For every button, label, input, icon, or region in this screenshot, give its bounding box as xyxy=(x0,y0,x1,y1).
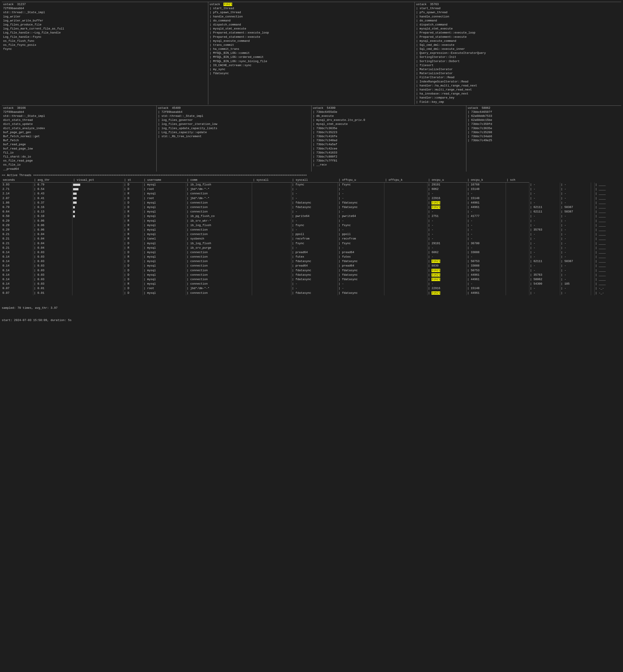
cell-sep3 xyxy=(506,227,529,232)
cell-offcpu-u: | - xyxy=(427,282,466,286)
cell-comm: | connection xyxy=(186,232,252,237)
cell-comm: | connection xyxy=(186,205,252,210)
cell-seconds: 0.14 xyxy=(2,255,33,259)
cell-st: | R xyxy=(123,219,143,223)
stack-line-item: buf_page_get_gen xyxy=(3,130,155,134)
cell-sep xyxy=(252,264,291,268)
cell-comm: | jbd*/dm-*-* xyxy=(186,196,252,201)
cell-sep3 xyxy=(506,214,529,218)
cell-sch: | ____ xyxy=(594,264,621,268)
stack-col-ustack_54300: ustack 54300| 73bbc6455d3e| db_execute| … xyxy=(312,106,466,172)
cell-username: | mysql xyxy=(143,250,186,255)
cell-seconds: 2.71 xyxy=(2,187,33,191)
table-row: 0.21| 0.04| R| mysql| ib_srv_purge| -| -… xyxy=(2,246,621,250)
cell-sch: | ____ xyxy=(594,187,621,191)
cell-username: | mysql xyxy=(143,246,186,250)
cell-sep2 xyxy=(384,187,427,191)
cell-oncpu-k: | - xyxy=(560,255,591,259)
bar-visual xyxy=(73,184,80,186)
cell-syscall1: | ppoll xyxy=(291,232,338,237)
stack-line-item: | handle_connection xyxy=(210,15,413,19)
col-header-seconds: seconds xyxy=(2,178,33,183)
cell-sep4 xyxy=(591,227,595,232)
stack-line-item: | handler::ha_multi_range_read_next xyxy=(416,84,620,88)
cell-sep3 xyxy=(506,259,529,264)
cell-sep3 xyxy=(506,196,529,201)
cell-bar xyxy=(72,250,123,255)
cell-syscall1: | - xyxy=(291,246,338,250)
cell-sep xyxy=(252,268,291,273)
cell-sep4 xyxy=(591,277,595,282)
cell-sep3 xyxy=(506,277,529,282)
cell-username: | mysql xyxy=(143,183,186,187)
cell-username: | mysql xyxy=(143,241,186,246)
cell-bar xyxy=(72,246,123,250)
cell-syscall1: | - xyxy=(291,282,338,286)
stacks-bottom-section: ustack 3816672f89baeabb4std::thread::_St… xyxy=(2,105,621,172)
cell-seconds: 0.21 xyxy=(2,237,33,241)
cell-comm: | connection xyxy=(186,210,252,214)
cell-syscall2: | - xyxy=(338,196,384,201)
stack-line-item: | 62a68ddc15be xyxy=(468,118,620,122)
cell-sep4 xyxy=(591,183,595,187)
cell-sep xyxy=(252,237,291,241)
stack-line-item: | Log_files_capacity::update xyxy=(158,130,310,134)
highlight-value: 31621 xyxy=(432,278,440,281)
col-header-st: | st xyxy=(123,178,143,183)
cell-username: | mysql xyxy=(143,191,186,196)
table-row: 0.29| 0.06| R| mysql| ib_srv_wkr-*| -| -… xyxy=(2,219,621,223)
cell-sep xyxy=(252,201,291,205)
cell-bar xyxy=(72,282,123,286)
cell-syscall1: | - xyxy=(291,227,338,232)
stack-line-item: | mysql_execute_command xyxy=(210,39,413,43)
stack-line-item: dict_stats_thread xyxy=(3,118,155,122)
cell-seconds: 0.79 xyxy=(2,205,33,210)
cell-comm: | ib_pg_flush_co xyxy=(186,214,252,218)
col-header-oncpu_u: | oncpu_u xyxy=(427,178,466,183)
cell-bar xyxy=(72,268,123,273)
stack-line-item: | mysqld_stmt_execute xyxy=(210,27,413,31)
cell-sep xyxy=(252,241,291,246)
cell-offcpu-u: | 22916 xyxy=(427,196,466,201)
cell-comm: | connection xyxy=(186,282,252,286)
stack-line-item: | IO_CACHE_ostream::sync xyxy=(210,63,413,67)
cell-comm: | ib_log_flush xyxy=(186,183,252,187)
cell-offcpu-u: | - xyxy=(427,232,466,237)
stack-line-item: | pfs_spawn_thread xyxy=(210,10,413,14)
cell-comm: | ib_srv_purge xyxy=(186,246,252,250)
cell-offcpu-k: | 44961 xyxy=(467,277,506,282)
cell-oncpu-u: | - xyxy=(529,201,560,205)
cell-sep xyxy=(252,187,291,191)
table-row: 0.29| 0.06| R| mysql| ib_log_flush| fsyn… xyxy=(2,223,621,227)
cell-seconds: 1.86 xyxy=(2,201,33,205)
cell-oncpu-u: | - xyxy=(529,286,560,291)
cell-syscall2: | fdatasync xyxy=(338,205,384,210)
cell-comm: | connection xyxy=(186,191,252,196)
cell-seconds: 2.07 xyxy=(2,196,33,201)
stack-line-item: fil_shard::do_io xyxy=(3,155,155,159)
cell-username: | mysql xyxy=(143,255,186,259)
cell-sep2 xyxy=(384,210,427,214)
cell-seconds: 0.14 xyxy=(2,250,33,255)
cell-oncpu-u: | - xyxy=(529,196,560,201)
cell-sep xyxy=(252,219,291,223)
cell-avg-thr: | 0.03 xyxy=(33,259,72,264)
cell-syscall1: | fsync xyxy=(291,241,338,246)
cell-offcpu-u: | - xyxy=(427,237,466,241)
stack-line-item: | dispatch_command xyxy=(210,23,413,27)
cell-sch: | ____ xyxy=(594,183,621,187)
cell-sep3 xyxy=(506,241,529,246)
cell-syscall1: | pread64 xyxy=(291,264,338,268)
cell-username: | mysql xyxy=(143,282,186,286)
stack-line-item: | 73bbc7c41633 xyxy=(313,151,465,155)
stack-line-item: | mysql_stmt_execute xyxy=(313,122,465,126)
cell-oncpu-k: | - xyxy=(560,264,591,268)
cell-offcpu-k: | 44961 xyxy=(467,201,506,205)
cell-bar xyxy=(72,237,123,241)
stack-line-item: os_file_flush_func xyxy=(3,39,207,43)
cell-bar xyxy=(72,191,123,196)
table-row: 0.14| 0.03| R| mysql| connection| futex|… xyxy=(2,255,621,259)
cell-oncpu-u: | - xyxy=(529,183,560,187)
stack-col-ustack_35763: ustack 35763| start_thread| pfs_spawn_th… xyxy=(415,2,621,104)
cell-st: | D xyxy=(123,250,143,255)
